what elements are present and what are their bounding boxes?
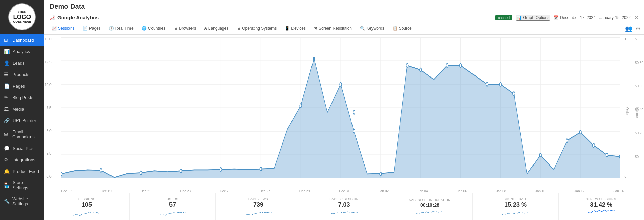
countries-tab-icon: 🌐 [142, 26, 147, 31]
svg-point-44 [579, 130, 581, 134]
dashboard-icon: ⊞ [4, 37, 9, 43]
url-builder-icon: 🔗 [4, 118, 10, 123]
x-label-dec23: Dec 23 [180, 189, 191, 193]
svg-point-43 [566, 139, 568, 142]
stat-pps-label: PAGES / SESSION [329, 197, 358, 201]
graph-options-icon: 📊 [517, 15, 522, 20]
graph-options-label: Graph Options [523, 15, 549, 20]
pages-tab-icon: 📄 [83, 26, 88, 31]
sidebar-label-pages: Pages [13, 84, 25, 89]
stat-bounce-value: 15.23 % [504, 201, 527, 208]
tab-devices[interactable]: 📱 Devices [281, 23, 310, 34]
stat-new-sessions: % NEW SESSIONS 31.42 % [559, 193, 644, 220]
tab-languages[interactable]: A Languages [200, 23, 233, 34]
devices-tab-icon: 📱 [285, 26, 290, 31]
tab-devices-label: Devices [291, 26, 306, 31]
stat-bounce-rate: BOUNCE RATE 15.23 % [473, 193, 559, 220]
tabs-bar: 📈 Sessions 📄 Pages 🕐 Real Time 🌐 Countri… [44, 23, 644, 35]
products-icon: ☰ [4, 72, 9, 77]
tab-keywords-label: Keywords [366, 26, 384, 31]
tab-pages-label: Pages [89, 26, 101, 31]
stat-sessions-value: 105 [82, 201, 92, 208]
x-label-dec19: Dec 19 [101, 189, 112, 193]
settings-icon[interactable]: ⚙ [635, 25, 641, 32]
sidebar-label-blog: Blog Posts [12, 95, 33, 100]
sidebar-item-website-settings[interactable]: 🔧 Website Settings [0, 193, 44, 210]
svg-point-37 [446, 64, 448, 67]
x-label-dec31: Dec 31 [339, 189, 350, 193]
stat-sessions: SESSIONS 105 [44, 193, 130, 220]
pps-sparkline [330, 209, 358, 216]
analytics-header: 📈 Google Analytics cached 📊 Graph Option… [44, 12, 644, 23]
svg-point-31 [340, 83, 342, 86]
resolution-tab-icon: ✖ [314, 26, 317, 31]
sidebar-item-social-post[interactable]: 💬 Social Post [0, 142, 44, 154]
chart-container: 15.0 12.5 10.0 7.5 5.0 2.5 0.0 1 0 $1 [44, 35, 644, 220]
sessions-sparkline [73, 209, 100, 216]
sidebar-label-media: Media [12, 107, 24, 112]
svg-point-30 [313, 57, 315, 61]
tab-countries-label: Countries [148, 26, 165, 31]
sidebar-item-dashboard[interactable]: ⊞ Dashboard [0, 34, 44, 46]
tab-keywords[interactable]: 🔍 Keywords [356, 23, 388, 34]
tab-operating-systems[interactable]: 🖥 Operating Systems [233, 23, 281, 34]
tab-sessions[interactable]: 📈 Sessions [47, 23, 79, 34]
sidebar-item-url-builder[interactable]: 🔗 URL Builder [0, 115, 44, 126]
sidebar-label-website: Website Settings [12, 196, 40, 206]
analytics-chart-icon: 📈 [49, 15, 55, 20]
media-icon: 🖼 [4, 106, 9, 112]
logo-line3: GOES HERE [13, 20, 31, 24]
svg-point-34 [380, 172, 382, 176]
tab-pages[interactable]: 📄 Pages [79, 23, 105, 34]
tab-screen-resolution[interactable]: ✖ Screen Resolution [310, 23, 356, 34]
svg-point-33 [353, 111, 355, 114]
tab-sessions-label: Sessions [58, 26, 75, 31]
sidebar-item-products[interactable]: ☰ Products [0, 69, 44, 80]
tab-countries[interactable]: 🌐 Countries [138, 23, 169, 34]
sidebar-item-analytics[interactable]: 📊 Analytics [0, 46, 44, 57]
users-icon[interactable]: 👥 [625, 25, 632, 32]
svg-point-41 [513, 92, 515, 95]
close-button[interactable]: ✕ [634, 14, 639, 21]
languages-tab-icon: A [204, 26, 207, 31]
x-label-jan04: Jan 04 [418, 189, 428, 193]
sidebar-item-product-feed[interactable]: 🔔 Product Feed [0, 166, 44, 177]
sidebar-item-integrations[interactable]: ⚙ Integrations [0, 154, 44, 166]
svg-point-24 [100, 169, 102, 172]
stat-bounce-label: BOUNCE RATE [504, 197, 527, 201]
svg-point-25 [140, 171, 142, 175]
email-icon: ✉ [4, 132, 9, 137]
tab-browsers[interactable]: 🖥 Browsers [169, 23, 200, 34]
new-sparkline [588, 209, 615, 216]
sidebar: YOUR LOGO GOES HERE ⊞ Dashboard 📊 Analyt… [0, 0, 44, 220]
date-range[interactable]: 📅 December 17, 2021 - January 15, 2022 [554, 15, 631, 20]
sidebar-item-pages[interactable]: 📄 Pages [0, 80, 44, 92]
svg-point-28 [260, 167, 262, 171]
tab-source-label: Source [399, 26, 412, 31]
stat-users-label: USERS [167, 197, 178, 201]
tab-source[interactable]: 📋 Source [388, 23, 416, 34]
x-label-jan14: Jan 14 [613, 189, 624, 193]
sidebar-label-leads: Leads [13, 61, 24, 66]
stat-pageviews-value: 739 [253, 201, 263, 208]
sidebar-item-blog-posts[interactable]: ✏ Blog Posts [0, 92, 44, 103]
logo-line2: LOGO [13, 14, 31, 20]
main-content: Demo Data 📈 Google Analytics cached 📊 Gr… [44, 0, 644, 220]
stat-avg-session: AVG. SESSION DURATION 00:10:28 [387, 193, 473, 220]
y-axis-left: 15.0 12.5 10.0 7.5 5.0 2.5 0.0 [45, 37, 53, 178]
users-sparkline [159, 209, 186, 216]
income-axis-label: Income [635, 107, 639, 118]
sidebar-item-media[interactable]: 🖼 Media [0, 103, 44, 115]
sidebar-item-leads[interactable]: 👤 Leads [0, 57, 44, 69]
avg-sparkline [416, 208, 443, 215]
tab-resolution-label: Screen Resolution [319, 26, 352, 31]
graph-options-button[interactable]: 📊 Graph Options [516, 15, 550, 21]
x-label-dec25: Dec 25 [220, 189, 231, 193]
realtime-tab-icon: 🕐 [109, 26, 114, 31]
sidebar-item-email-campaigns[interactable]: ✉ Email Campaigns [0, 126, 44, 142]
sidebar-item-store-settings[interactable]: 🏪 Store Settings [0, 177, 44, 193]
svg-point-29 [300, 104, 302, 108]
tab-real-time[interactable]: 🕐 Real Time [105, 23, 138, 34]
tab-browsers-label: Browsers [179, 26, 196, 31]
x-label-jan06: Jan 06 [457, 189, 467, 193]
